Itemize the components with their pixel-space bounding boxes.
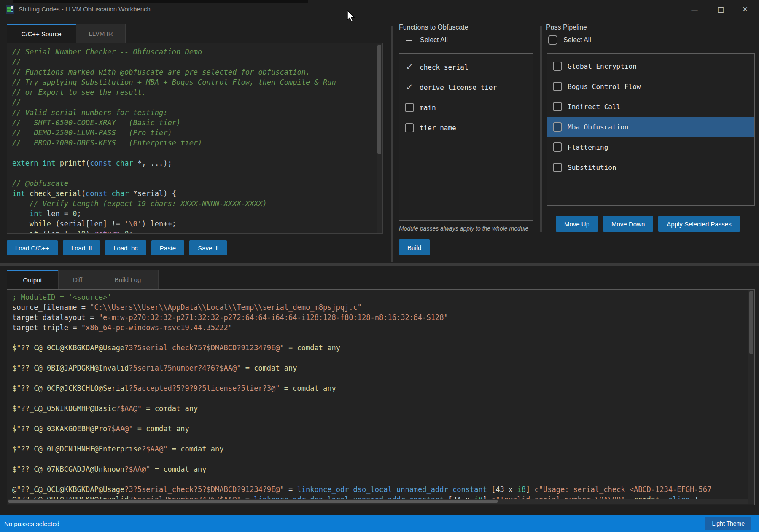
code-line: extern int printf(const char *, ...); xyxy=(12,158,382,168)
build-button[interactable]: Build xyxy=(399,239,430,255)
code-line xyxy=(12,168,382,178)
code-line: $"??_C@_07NBCGADJA@Unknown?$AA@" = comda… xyxy=(12,464,754,474)
tab-build-log[interactable]: Build Log xyxy=(97,270,159,289)
code-line: int check_serial(const char *serial) { xyxy=(12,188,382,199)
code-line xyxy=(12,414,754,424)
move-down-button[interactable]: Move Down xyxy=(603,216,653,232)
unchecked-checkbox xyxy=(405,103,414,112)
maximize-icon[interactable]: □ xyxy=(708,0,733,19)
code-line: $"??_C@_0L@DCNJHNHF@Enterprise?$AA@" = c… xyxy=(12,444,754,454)
function-item-derive-license-tier[interactable]: ✓derive_license_tier xyxy=(399,77,533,97)
apply-selected-passes-button[interactable]: Apply Selected Passes xyxy=(658,216,740,232)
window-title: Shifting Codes - LLVM Obfuscation Workbe… xyxy=(19,5,151,13)
save-ll-button[interactable]: Save .ll xyxy=(189,240,227,255)
pass-item-mba-obfuscation[interactable]: Mba Obfuscation xyxy=(547,117,754,137)
code-line: // Verify Length (expect 19 chars: XXXX-… xyxy=(12,199,382,209)
tab-output[interactable]: Output xyxy=(7,270,58,289)
unchecked-checkbox xyxy=(553,102,562,111)
code-line: @"??_C@_0CL@KKBGKDAP@Usage?3?5serial_che… xyxy=(12,484,754,494)
minimize-icon[interactable]: — xyxy=(682,0,707,19)
pass-item-substitution[interactable]: Substitution xyxy=(547,157,754,177)
code-line xyxy=(12,393,754,403)
code-line xyxy=(12,333,754,343)
tab-c-c-source[interactable]: C/C++ Source xyxy=(7,24,76,43)
code-line: $"??_C@_0CF@JCKBCHLO@Serial?5accepted?5?… xyxy=(12,383,754,393)
code-line: $"??_C@_03KAKGOEBH@Pro?$AA@" = comdat an… xyxy=(12,424,754,434)
code-line: // Functions marked with @obfuscate are … xyxy=(12,67,382,77)
output-vertical-scrollbar[interactable] xyxy=(748,290,754,504)
pass-item-bogus-control-flow[interactable]: Bogus Control Flow xyxy=(547,76,754,97)
output-hscrollbar-thumb[interactable] xyxy=(8,500,498,503)
splitter-functions-pipeline[interactable] xyxy=(540,26,542,232)
function-item-tier-name[interactable]: tier_name xyxy=(399,118,533,138)
splitter-horizontal[interactable] xyxy=(0,263,759,266)
code-line xyxy=(12,353,754,363)
theme-toggle-button[interactable]: Light Theme xyxy=(705,517,751,530)
paste-button[interactable]: Paste xyxy=(151,240,184,255)
status-bar: No passes selected Light Theme xyxy=(0,515,759,532)
code-line: target datalayout = "e-m:w-p270:32:32-p2… xyxy=(12,312,754,322)
pass-item-indirect-call[interactable]: Indirect Call xyxy=(547,97,754,117)
function-item-check-serial[interactable]: ✓check_serial xyxy=(399,57,533,77)
code-line: $"??_C@_0CL@KKBGKDAP@Usage?3?5serial_che… xyxy=(12,343,754,353)
pipeline-select-all[interactable]: Select All xyxy=(548,35,591,45)
app-icon xyxy=(6,5,14,14)
title-bar: Shifting Codes - LLVM Obfuscation Workbe… xyxy=(0,0,759,20)
code-line: target triple = "x86_64-pc-windows-msvc1… xyxy=(12,322,754,333)
function-item-label: derive_license_tier xyxy=(420,83,497,91)
pipeline-toolbar: Move UpMove DownApply Selected Passes xyxy=(556,216,740,232)
unchecked-checkbox xyxy=(553,122,562,132)
unchecked-checkbox xyxy=(405,123,414,132)
source-editor[interactable]: // Serial Number Checker -- Obfuscation … xyxy=(7,43,383,234)
code-line: // xyxy=(12,57,382,67)
output-horizontal-scrollbar[interactable] xyxy=(8,499,748,504)
close-icon[interactable]: ✕ xyxy=(733,0,757,19)
code-line xyxy=(12,454,754,464)
pass-item-label: Flattening xyxy=(568,143,608,151)
function-item-main[interactable]: main xyxy=(399,97,533,118)
load-bc-button[interactable]: Load .bc xyxy=(105,240,146,255)
pass-item-label: Mba Obfuscation xyxy=(568,123,629,131)
code-line: // or Export to see the result. xyxy=(12,87,382,97)
pipeline-select-all-label: Select All xyxy=(563,36,591,44)
pass-item-label: Indirect Call xyxy=(568,103,620,111)
pipeline-panel-title: Pass Pipeline xyxy=(546,24,587,31)
status-message: No passes selected xyxy=(4,520,59,527)
editor-vertical-scrollbar[interactable] xyxy=(377,44,382,233)
load-c-c-button[interactable]: Load C/C++ xyxy=(7,240,58,255)
unchecked-checkbox xyxy=(553,82,562,91)
functions-panel-title: Functions to Obfuscate xyxy=(399,24,468,31)
load-ll-button[interactable]: Load .ll xyxy=(63,240,100,255)
function-item-label: tier_name xyxy=(420,124,456,132)
code-line xyxy=(12,148,382,158)
tab-llvm-ir[interactable]: LLVM IR xyxy=(76,24,126,43)
code-line: while (serial[len] != '\0') len++; xyxy=(12,219,382,229)
code-line: // Try applying Substitution + MBA + Bog… xyxy=(12,77,382,87)
unchecked-checkbox xyxy=(553,142,562,152)
bottom-tab-bar: OutputDiffBuild Log xyxy=(7,270,159,289)
pass-item-label: Substitution xyxy=(568,164,616,172)
code-line: // SHFT-0500-CODE-XRAY (Basic tier) xyxy=(12,118,382,128)
code-line xyxy=(12,474,754,484)
splitter-editor-functions[interactable] xyxy=(391,26,393,262)
functions-select-all[interactable]: Select All xyxy=(404,36,448,44)
app-window: Shifting Codes - LLVM Obfuscation Workbe… xyxy=(0,0,759,532)
move-up-button[interactable]: Move Up xyxy=(556,216,598,232)
code-line: // @obfuscate xyxy=(12,178,382,188)
source-tab-bar: C/C++ SourceLLVM IR xyxy=(7,24,126,43)
source-editor-content: // Serial Number Checker -- Obfuscation … xyxy=(7,43,382,234)
editor-scrollbar-thumb[interactable] xyxy=(377,45,381,154)
functions-list: ✓check_serial✓derive_license_tiermaintie… xyxy=(399,53,533,221)
checked-icon: ✓ xyxy=(406,62,413,72)
output-pane[interactable]: ; ModuleID = '<source>'source_filename =… xyxy=(7,289,755,505)
code-line: $"??_C@_05NIKDGMHP@Basic?$AA@" = comdat … xyxy=(12,403,754,414)
pass-item-label: Bogus Control Flow xyxy=(568,83,641,91)
pass-item-global-encryption[interactable]: Global Encryption xyxy=(547,56,754,76)
code-line xyxy=(12,434,754,444)
unchecked-checkbox xyxy=(553,62,562,71)
pass-item-flattening[interactable]: Flattening xyxy=(547,137,754,157)
tab-diff[interactable]: Diff xyxy=(58,270,97,289)
pass-item-label: Global Encryption xyxy=(568,62,637,70)
code-line: // Serial Number Checker -- Obfuscation … xyxy=(12,47,382,57)
output-vscrollbar-thumb[interactable] xyxy=(749,291,753,354)
